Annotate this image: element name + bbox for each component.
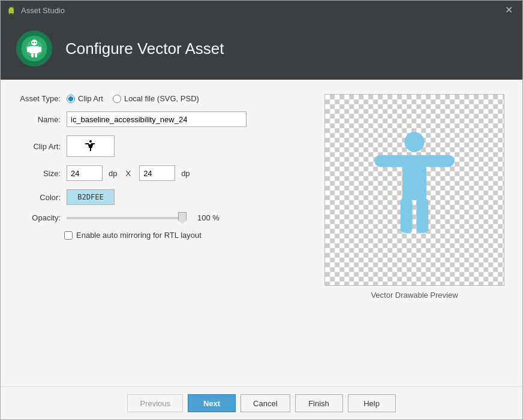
svg-point-3 (31, 40, 37, 46)
size-unit-height: dp (181, 169, 190, 178)
title-bar: Asset Studio ✕ (1, 1, 522, 20)
close-button[interactable]: ✕ (501, 4, 516, 16)
header-title: Configure Vector Asset (65, 40, 224, 58)
content-area: Asset Type: Clip Art Local file (SVG, PS… (1, 80, 522, 386)
radio-localfile-label: Local file (SVG, PSD) (124, 94, 199, 103)
color-swatch[interactable]: B2DFEE (67, 189, 115, 205)
size-width-input[interactable] (67, 165, 103, 181)
color-row: Color: B2DFEE (13, 189, 306, 205)
cancel-button[interactable]: Cancel (241, 394, 290, 412)
footer: Previous Next Cancel Finish Help (1, 386, 522, 419)
form-panel: Asset Type: Clip Art Local file (SVG, PS… (13, 94, 306, 377)
accessibility-icon (83, 139, 98, 153)
name-label: Name: (13, 115, 61, 124)
clip-art-row: Clip Art: (13, 135, 306, 157)
svg-rect-5 (27, 47, 31, 52)
asset-type-label: Asset Type: (13, 94, 61, 103)
asset-type-radio-group: Clip Art Local file (SVG, PSD) (67, 94, 199, 103)
rtl-label: Enable auto mirroring for RTL layout (76, 231, 202, 240)
opacity-value: 100 % (197, 213, 220, 222)
preview-panel: Vector Drawable Preview (318, 94, 510, 377)
clip-art-label: Clip Art: (13, 142, 61, 151)
radio-localfile-input[interactable] (113, 95, 121, 103)
radio-localfile-option[interactable]: Local file (SVG, PSD) (113, 94, 199, 103)
radio-clipart-option[interactable]: Clip Art (67, 94, 103, 103)
svg-rect-8 (35, 53, 37, 58)
help-button[interactable]: Help (348, 394, 396, 412)
opacity-percent: % (212, 213, 220, 222)
previous-button[interactable]: Previous (127, 394, 183, 412)
studio-logo (15, 29, 53, 68)
svg-point-11 (89, 140, 92, 143)
asset-type-row: Asset Type: Clip Art Local file (SVG, PS… (13, 94, 306, 103)
opacity-number: 100 (197, 213, 211, 222)
svg-rect-4 (29, 46, 39, 53)
preview-label: Vector Drawable Preview (371, 291, 458, 300)
size-unit-width: dp (109, 169, 117, 178)
svg-point-9 (32, 42, 34, 43)
header-area: Configure Vector Asset (1, 20, 522, 80)
opacity-row: Opacity: 100 % (13, 213, 306, 222)
title-bar-left: Asset Studio (7, 5, 65, 15)
title-bar-title: Asset Studio (21, 6, 65, 15)
preview-canvas (324, 94, 504, 286)
svg-rect-15 (401, 198, 413, 232)
name-row: Name: (13, 111, 306, 127)
svg-point-12 (404, 132, 424, 152)
preview-svg (354, 130, 474, 250)
radio-clipart-label: Clip Art (78, 94, 103, 103)
android-icon (7, 5, 16, 15)
svg-rect-7 (31, 53, 34, 58)
color-label: Color: (13, 193, 61, 202)
size-label: Size: (13, 169, 61, 178)
svg-rect-14 (402, 165, 426, 200)
name-input[interactable] (67, 111, 247, 127)
finish-button[interactable]: Finish (295, 394, 343, 412)
size-x-label: X (125, 169, 131, 178)
dialog-window: Asset Studio ✕ Configure Vector Asset (0, 0, 523, 420)
clip-art-button[interactable] (67, 135, 115, 157)
size-row: Size: dp X dp (13, 165, 306, 181)
opacity-slider[interactable] (67, 217, 187, 219)
radio-clipart-input[interactable] (67, 95, 75, 103)
next-button[interactable]: Next (188, 394, 236, 412)
svg-rect-16 (416, 198, 428, 232)
rtl-row: Enable auto mirroring for RTL layout (13, 231, 306, 240)
size-height-input[interactable] (139, 165, 175, 181)
svg-rect-6 (38, 47, 41, 52)
svg-point-10 (35, 42, 36, 43)
opacity-label: Opacity: (13, 213, 61, 222)
rtl-checkbox[interactable] (64, 231, 73, 240)
